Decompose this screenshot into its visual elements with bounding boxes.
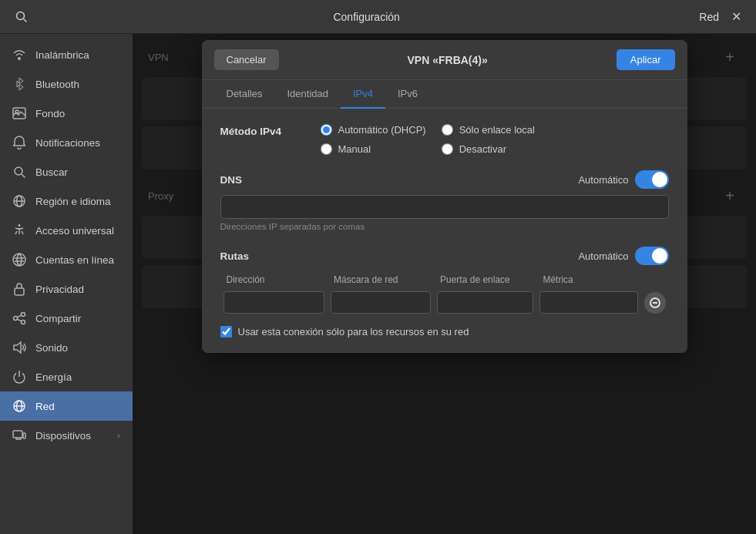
only-resources-checkbox-row[interactable]: Usar esta conexión sólo para los recurso… [220,326,669,338]
main-layout: Inalámbrica Bluetooth Fondo [0,34,756,534]
route-netmask-input[interactable] [331,291,431,314]
sidebar-item-background[interactable]: Fondo [0,99,133,128]
dns-input[interactable] [220,195,669,219]
svg-point-12 [14,317,18,321]
radio-disable-label: Desactivar [459,143,506,155]
svg-line-14 [17,315,21,317]
radio-link-local-label: Sólo enlace local [459,124,535,136]
route-delete-button[interactable] [644,292,666,314]
online-icon [12,253,26,267]
radio-manual-label: Manual [338,143,371,155]
dialog-tabs: Detalles Identidad IPv4 IPv6 [202,80,687,109]
svg-rect-21 [23,433,25,438]
apply-button[interactable]: Aplicar [617,49,675,70]
radio-auto-dhcp-label: Automático (DHCP) [338,124,426,136]
dns-hint: Direcciones IP separadas por comas [220,222,669,231]
svg-marker-16 [14,342,21,353]
dns-label: DNS [220,174,243,186]
power-icon [12,370,26,384]
sidebar-item-notifications-label: Notificaciones [35,137,100,149]
sidebar-item-share-label: Compartir [35,313,81,324]
sidebar-item-power-label: Energía [35,371,72,383]
sidebar-item-wireless[interactable]: Inalámbrica [0,40,133,69]
sidebar: Inalámbrica Bluetooth Fondo [0,34,133,534]
radio-manual[interactable]: Manual [321,143,426,155]
radio-link-local-input[interactable] [442,124,453,136]
radio-manual-input[interactable] [321,143,332,155]
radio-auto-dhcp[interactable]: Automático (DHCP) [321,124,426,136]
sidebar-item-search[interactable]: Buscar [0,157,133,186]
sidebar-item-devices-label: Dispositivos [35,430,91,442]
content-area: VPN + Proxy + Cancelar VPN «FRBA(4)» Apl… [133,34,756,534]
background-icon [12,106,26,120]
radio-disable-input[interactable] [442,143,453,155]
svg-rect-20 [13,431,22,438]
sidebar-item-background-label: Fondo [35,108,65,119]
sidebar-item-share[interactable]: Compartir [0,304,133,333]
svg-point-0 [17,12,25,19]
sidebar-item-sound-label: Sonido [35,342,68,354]
route-address-input[interactable] [223,291,325,314]
sidebar-item-bluetooth[interactable]: Bluetooth [0,69,133,99]
sidebar-item-devices[interactable]: Dispositivos › [0,421,133,450]
sidebar-item-sound[interactable]: Sonido [0,333,133,362]
sidebar-item-bluetooth-label: Bluetooth [35,79,79,90]
tab-ipv6[interactable]: IPv6 [385,80,430,109]
close-button[interactable]: ✕ [725,6,747,28]
devices-icon [12,428,26,442]
dns-auto-row: Automático [578,170,668,189]
col-metric: Métrica [536,271,640,288]
sidebar-item-region-label: Región e idioma [35,196,111,207]
privacy-icon [12,282,26,296]
sidebar-item-privacy-label: Privacidad [35,284,84,295]
svg-point-13 [22,321,25,324]
routes-section: Rutas Automático [220,247,669,338]
notifications-icon [12,136,26,149]
route-metric-input[interactable] [539,291,637,314]
sidebar-item-online[interactable]: Cuentas en línea [0,245,133,274]
tab-ipv4[interactable]: IPv4 [341,80,385,109]
radio-disable[interactable]: Desactivar [442,143,535,155]
svg-line-15 [17,319,21,321]
col-address: Dirección [220,271,328,288]
network-icon [12,399,26,413]
sidebar-item-online-label: Cuentas en línea [35,254,114,266]
method-label: Método IPv4 [220,124,321,137]
radio-link-local[interactable]: Sólo enlace local [442,124,535,136]
dns-section: DNS Automático Direccione [220,170,669,231]
sidebar-item-accessibility[interactable]: Acceso universal [0,216,133,245]
search-icon [12,165,26,179]
svg-line-5 [22,174,25,178]
routes-table: Dirección Máscara de red Puerta de enlac… [220,271,669,317]
svg-point-11 [22,313,25,317]
method-options: Automático (DHCP) Manual Sól [321,124,535,155]
sidebar-item-privacy[interactable]: Privacidad [0,274,133,304]
method-col-right: Sólo enlace local Desactivar [442,124,535,155]
sidebar-item-network[interactable]: Red [0,391,133,421]
radio-auto-dhcp-input[interactable] [321,124,332,136]
dialog-header: Cancelar VPN «FRBA(4)» Aplicar [202,40,687,80]
dns-auto-toggle[interactable] [635,170,669,189]
tab-identidad[interactable]: Identidad [274,80,341,109]
vpn-dialog: Cancelar VPN «FRBA(4)» Aplicar Detalles … [202,40,687,353]
dns-auto-label: Automático [578,174,628,186]
search-button[interactable] [9,5,34,29]
cancel-button[interactable]: Cancelar [214,49,279,70]
only-resources-checkbox[interactable] [220,326,232,338]
route-row [220,288,669,317]
dialog-body: Método IPv4 Automático (DHCP) Manual [202,109,687,353]
tab-detalles[interactable]: Detalles [214,80,275,109]
route-gateway-input[interactable] [437,291,533,314]
dialog-overlay: Cancelar VPN «FRBA(4)» Aplicar Detalles … [133,34,756,534]
sidebar-item-notifications[interactable]: Notificaciones [0,128,133,157]
routes-auto-label: Automático [578,250,628,262]
sidebar-item-power[interactable]: Energía [0,362,133,391]
sidebar-item-region[interactable]: Región e idioma [0,186,133,216]
svg-rect-10 [15,288,24,295]
sidebar-item-search-label: Buscar [35,166,68,178]
routes-auto-toggle[interactable] [635,247,669,265]
only-resources-label: Usar esta conexión sólo para los recurso… [238,326,469,338]
routes-auto-row: Automático [578,247,668,265]
routes-header: Rutas Automático [220,247,669,265]
share-icon [12,311,26,325]
